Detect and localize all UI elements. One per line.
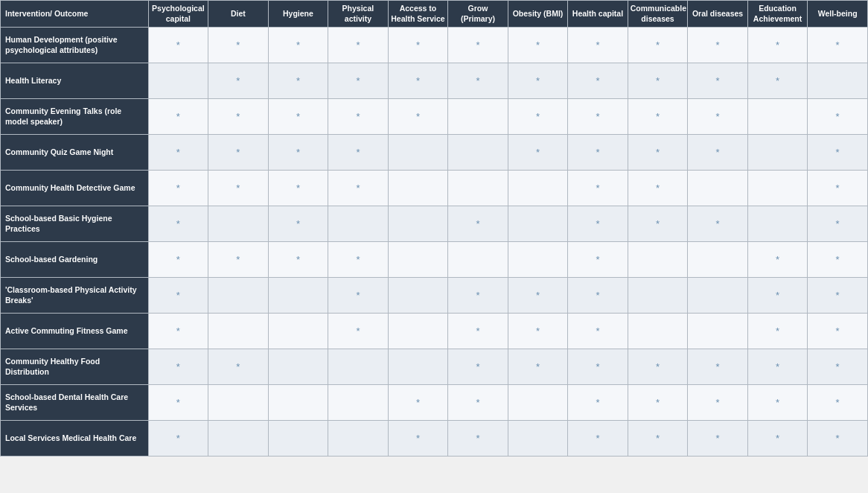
cell-access: * bbox=[388, 63, 448, 99]
cell-education: * bbox=[747, 28, 808, 63]
star-indicator: * bbox=[536, 111, 540, 122]
cell-education: * bbox=[747, 314, 808, 349]
cell-communicable bbox=[628, 314, 688, 349]
star-indicator: * bbox=[596, 39, 599, 51]
star-indicator: * bbox=[715, 111, 719, 122]
cell-oral bbox=[688, 171, 748, 206]
row-label: Community Healthy Food Distribution bbox=[1, 349, 149, 385]
star-indicator: * bbox=[356, 147, 360, 158]
cell-obesity: * bbox=[508, 28, 568, 63]
star-indicator: * bbox=[836, 147, 840, 158]
cell-diet: * bbox=[208, 349, 269, 385]
table-row: 'Classroom-based Physical Activity Break… bbox=[1, 278, 868, 314]
cell-health_capital: * bbox=[568, 28, 628, 63]
cell-psych: * bbox=[148, 171, 208, 206]
column-header-hygiene: Hygiene bbox=[268, 1, 328, 28]
column-header-education: Education Achievement bbox=[747, 1, 808, 28]
star-indicator: * bbox=[236, 39, 240, 51]
cell-psych bbox=[148, 63, 208, 99]
cell-diet: * bbox=[208, 28, 269, 63]
star-indicator: * bbox=[476, 361, 479, 372]
cell-wellbeing: * bbox=[808, 99, 868, 135]
star-indicator: * bbox=[836, 325, 840, 337]
star-indicator: * bbox=[656, 39, 660, 51]
table-row: Community Quiz Game Night********* bbox=[1, 135, 868, 171]
cell-education: * bbox=[747, 63, 808, 99]
star-indicator: * bbox=[356, 75, 360, 86]
star-indicator: * bbox=[176, 325, 180, 337]
star-indicator: * bbox=[356, 182, 360, 194]
star-indicator: * bbox=[776, 254, 779, 265]
cell-obesity: * bbox=[508, 99, 568, 135]
cell-hygiene: * bbox=[268, 99, 328, 135]
cell-oral: * bbox=[688, 99, 748, 135]
cell-diet bbox=[208, 206, 269, 242]
row-label: School-based Basic Hygiene Practices bbox=[1, 206, 149, 242]
cell-obesity bbox=[508, 242, 568, 278]
cell-psych: * bbox=[148, 28, 208, 63]
cell-obesity bbox=[508, 421, 568, 457]
star-indicator: * bbox=[596, 290, 599, 301]
cell-diet bbox=[208, 385, 269, 421]
star-indicator: * bbox=[176, 147, 180, 158]
row-label: Community Evening Talks (role model spea… bbox=[1, 99, 149, 135]
cell-hygiene: * bbox=[268, 28, 328, 63]
cell-health_capital: * bbox=[568, 135, 628, 171]
cell-hygiene: * bbox=[268, 135, 328, 171]
star-indicator: * bbox=[356, 325, 360, 337]
star-indicator: * bbox=[296, 39, 300, 51]
star-indicator: * bbox=[236, 361, 240, 372]
row-label: Human Development (positive psychologica… bbox=[1, 28, 149, 63]
star-indicator: * bbox=[715, 218, 719, 229]
star-indicator: * bbox=[296, 111, 300, 122]
star-indicator: * bbox=[776, 325, 779, 337]
cell-health_capital: * bbox=[568, 206, 628, 242]
row-label: Community Quiz Game Night bbox=[1, 135, 149, 171]
main-table-container: Intervention/ OutcomePsychological capit… bbox=[0, 0, 868, 457]
star-indicator: * bbox=[536, 361, 540, 372]
intervention-outcome-table: Intervention/ OutcomePsychological capit… bbox=[0, 0, 868, 457]
cell-obesity: * bbox=[508, 314, 568, 349]
cell-education: * bbox=[747, 421, 808, 457]
cell-wellbeing: * bbox=[808, 242, 868, 278]
cell-physical: * bbox=[328, 135, 389, 171]
star-indicator: * bbox=[416, 433, 420, 444]
cell-health_capital: * bbox=[568, 314, 628, 349]
cell-diet bbox=[208, 314, 269, 349]
cell-physical: * bbox=[328, 314, 389, 349]
cell-health_capital: * bbox=[568, 63, 628, 99]
table-row: School-based Dental Health Care Services… bbox=[1, 385, 868, 421]
cell-health_capital: * bbox=[568, 385, 628, 421]
cell-hygiene bbox=[268, 278, 328, 314]
column-header-communicable: Communicable diseases bbox=[628, 1, 688, 28]
cell-grow: * bbox=[448, 314, 508, 349]
star-indicator: * bbox=[416, 397, 420, 408]
star-indicator: * bbox=[596, 433, 599, 444]
star-indicator: * bbox=[836, 254, 840, 265]
cell-physical: * bbox=[328, 28, 389, 63]
cell-diet: * bbox=[208, 99, 269, 135]
cell-obesity: * bbox=[508, 278, 568, 314]
row-label: School-based Gardening bbox=[1, 242, 149, 278]
cell-communicable bbox=[628, 278, 688, 314]
star-indicator: * bbox=[836, 111, 840, 122]
star-indicator: * bbox=[656, 111, 660, 122]
cell-wellbeing: * bbox=[808, 28, 868, 63]
row-label: Community Health Detective Game bbox=[1, 171, 149, 206]
cell-access bbox=[388, 349, 448, 385]
star-indicator: * bbox=[656, 218, 660, 229]
star-indicator: * bbox=[476, 75, 479, 86]
row-label: School-based Dental Health Care Services bbox=[1, 385, 149, 421]
row-label: Health Literacy bbox=[1, 63, 149, 99]
cell-oral bbox=[688, 314, 748, 349]
star-indicator: * bbox=[715, 397, 719, 408]
cell-communicable: * bbox=[628, 171, 688, 206]
cell-oral bbox=[688, 242, 748, 278]
cell-wellbeing: * bbox=[808, 385, 868, 421]
cell-education bbox=[747, 135, 808, 171]
cell-access bbox=[388, 278, 448, 314]
star-indicator: * bbox=[536, 75, 540, 86]
star-indicator: * bbox=[776, 39, 779, 51]
cell-communicable: * bbox=[628, 421, 688, 457]
cell-hygiene: * bbox=[268, 171, 328, 206]
